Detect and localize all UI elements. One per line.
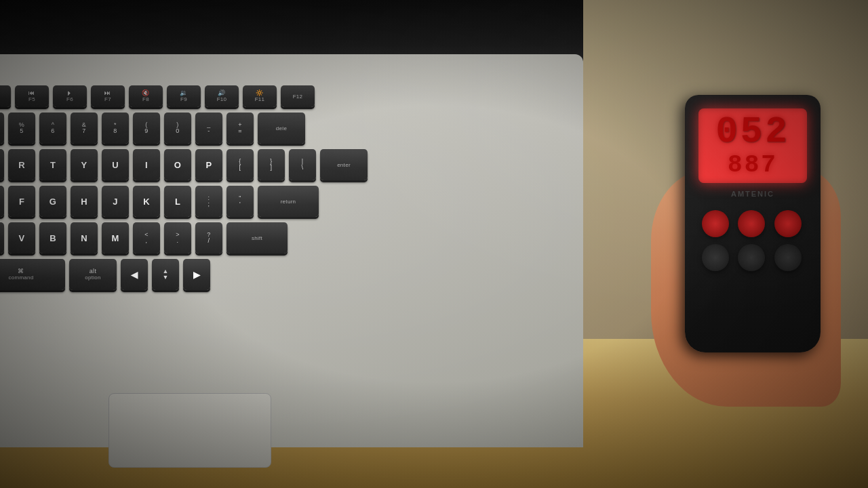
device-button-grid (702, 210, 804, 271)
key-g[interactable]: G (39, 186, 66, 217)
key-d[interactable]: D (0, 186, 4, 217)
key-comma[interactable]: <, (133, 222, 160, 253)
key-f6[interactable]: ⏵F6 (53, 85, 87, 107)
key-m[interactable]: M (102, 222, 129, 253)
key-f12[interactable]: F12 (281, 85, 315, 107)
keyboard-area: ⊞F4 ⏮F5 ⏵F6 ⏭F7 🔇F8 🔉F9 🔊F10 🔆F11 F12 $4… (0, 75, 570, 306)
key-t[interactable]: T (39, 149, 66, 180)
device-btn-4[interactable] (702, 244, 729, 271)
key-backslash[interactable]: |\ (289, 149, 316, 180)
key-semicolon[interactable]: :; (195, 186, 222, 217)
number-key-row: $4 %5 ^6 &7 *8 (9 )0 _- += dele (0, 110, 556, 146)
key-f4[interactable]: ⊞F4 (0, 85, 11, 107)
key-minus[interactable]: _- (195, 113, 222, 144)
key-delete[interactable]: dele (258, 113, 305, 144)
key-i[interactable]: I (133, 149, 160, 180)
key-bracket-left[interactable]: {[ (226, 149, 254, 180)
key-7[interactable]: &7 (71, 113, 98, 144)
key-enter-top[interactable]: enter (320, 149, 368, 180)
device-btn-1[interactable] (702, 210, 729, 237)
device-display: 052 887 (698, 108, 807, 183)
modifier-row: ⌘ command alt option ◀ ▲▼ ▶ (0, 256, 556, 293)
main-scene: ⊞F4 ⏮F5 ⏵F6 ⏭F7 🔇F8 🔉F9 🔊F10 🔆F11 F12 $4… (0, 0, 868, 488)
key-5[interactable]: %5 (8, 113, 35, 144)
key-n[interactable]: N (71, 222, 98, 253)
key-arrow-up-down[interactable]: ▲▼ (152, 259, 179, 290)
key-j[interactable]: J (102, 186, 129, 217)
key-0[interactable]: )0 (164, 113, 191, 144)
key-4[interactable]: $4 (0, 113, 4, 144)
key-f11[interactable]: 🔆F11 (243, 85, 277, 107)
key-slash[interactable]: ?/ (195, 222, 222, 253)
key-arrow-left[interactable]: ◀ (121, 259, 148, 290)
remote-device: 052 887 AMTENIC (685, 95, 821, 352)
display-reading-top: 052 (715, 114, 789, 150)
mid-alpha-row: D F G H J K L :; "' return (0, 183, 556, 220)
key-f10[interactable]: 🔊F10 (205, 85, 239, 107)
key-shift[interactable]: shift (226, 222, 288, 253)
fn-key-row: ⊞F4 ⏮F5 ⏵F6 ⏭F7 🔇F8 🔉F9 🔊F10 🔆F11 F12 (0, 83, 556, 110)
key-u[interactable]: U (102, 149, 129, 180)
key-quote[interactable]: "' (226, 186, 254, 217)
key-command[interactable]: ⌘ command (0, 259, 65, 290)
key-equals[interactable]: += (226, 113, 254, 144)
key-f7[interactable]: ⏭F7 (91, 85, 125, 107)
device-btn-5[interactable] (738, 244, 765, 271)
key-p[interactable]: P (195, 149, 222, 180)
display-reading-bottom: 887 (728, 153, 778, 178)
key-bracket-right[interactable]: }] (258, 149, 285, 180)
key-c[interactable]: C (0, 222, 4, 253)
key-8[interactable]: *8 (102, 113, 129, 144)
device-btn-2[interactable] (738, 210, 765, 237)
key-f5[interactable]: ⏮F5 (15, 85, 49, 107)
device-brand-label: AMTENIC (698, 190, 807, 198)
key-l[interactable]: L (164, 186, 191, 217)
key-e[interactable]: E (0, 149, 4, 180)
bottom-alpha-row: C V B N M <, >. ?/ shift (0, 220, 556, 256)
key-return[interactable]: return (258, 186, 319, 217)
key-r[interactable]: R (8, 149, 35, 180)
key-f[interactable]: F (8, 186, 35, 217)
device-btn-3[interactable] (774, 210, 802, 237)
key-6[interactable]: ^6 (39, 113, 66, 144)
device-container: 052 887 AMTENIC (624, 54, 841, 407)
key-o[interactable]: O (164, 149, 191, 180)
key-b[interactable]: B (39, 222, 66, 253)
key-period[interactable]: >. (164, 222, 191, 253)
key-v[interactable]: V (8, 222, 35, 253)
trackpad[interactable] (108, 393, 271, 468)
top-alpha-row: E R T Y U I O P {[ }] |\ enter (0, 146, 556, 183)
device-btn-6[interactable] (774, 244, 802, 271)
key-f9[interactable]: 🔉F9 (167, 85, 201, 107)
key-option[interactable]: alt option (69, 259, 117, 290)
key-y[interactable]: Y (71, 149, 98, 180)
key-9[interactable]: (9 (133, 113, 160, 144)
key-arrow-right[interactable]: ▶ (183, 259, 210, 290)
key-h[interactable]: H (71, 186, 98, 217)
key-f8[interactable]: 🔇F8 (129, 85, 163, 107)
key-k[interactable]: K (133, 186, 160, 217)
